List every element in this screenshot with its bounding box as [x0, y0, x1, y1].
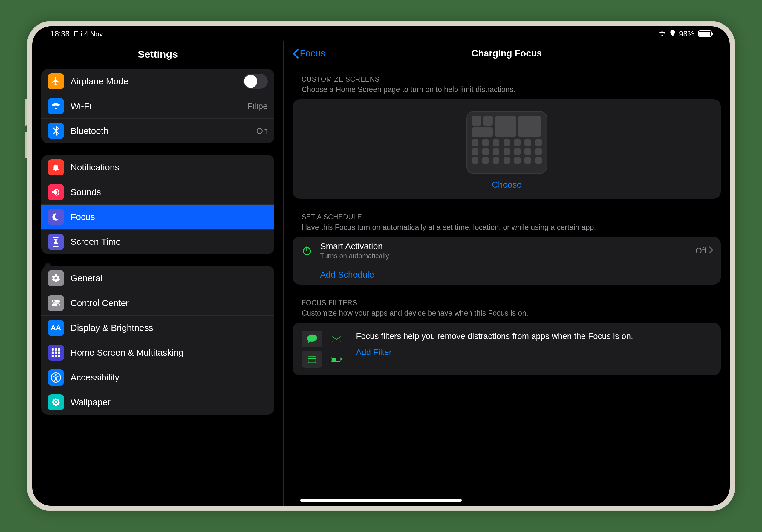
- section-label-filters: Focus Filters: [292, 295, 721, 308]
- calendar-filter-icon: [301, 351, 323, 368]
- sidebar-item-wifi[interactable]: Wi-Fi Filipe: [41, 94, 274, 119]
- status-bar: 18:38 Fri 4 Nov 98%: [32, 26, 730, 41]
- wifi-icon: [48, 98, 64, 114]
- add-schedule-row[interactable]: Add Schedule: [292, 265, 721, 284]
- svg-rect-27: [308, 356, 316, 362]
- bluetooth-value: On: [257, 126, 268, 136]
- svg-point-3: [57, 304, 59, 306]
- smart-activation-row[interactable]: Smart Activation Turns on automatically …: [292, 237, 721, 265]
- sidebar-item-label: Home Screen & Multitasking: [70, 347, 268, 358]
- choose-button[interactable]: Choose: [492, 180, 522, 190]
- sidebar-item-label: Focus: [70, 212, 268, 222]
- sidebar-item-display[interactable]: AA Display & Brightness: [41, 316, 274, 341]
- sidebar-item-label: Wallpaper: [70, 397, 268, 407]
- flower-icon: [48, 394, 64, 410]
- speaker-icon: [48, 184, 64, 200]
- sidebar-item-screentime[interactable]: Screen Time: [41, 230, 274, 254]
- status-date: Fri 4 Nov: [74, 30, 103, 38]
- svg-point-20: [53, 399, 55, 401]
- sidebar-item-airplane[interactable]: Airplane Mode: [41, 69, 274, 94]
- bluetooth-icon: [48, 123, 64, 139]
- sidebar-group-general: General Control Center AA Display & Brig…: [41, 266, 274, 415]
- svg-point-18: [52, 401, 54, 404]
- section-label-customize: Customize Screens: [292, 72, 721, 85]
- svg-rect-32: [341, 358, 342, 360]
- svg-point-21: [57, 399, 59, 401]
- svg-rect-9: [58, 351, 60, 353]
- svg-rect-7: [52, 351, 54, 353]
- section-label-schedule: Set a Schedule: [292, 209, 721, 222]
- airplane-icon: [48, 73, 64, 89]
- settings-sidebar: Settings Airplane Mode Wi-Fi: [32, 41, 283, 506]
- sidebar-item-label: Airplane Mode: [70, 76, 243, 86]
- wifi-icon: [658, 29, 666, 38]
- sidebar-item-label: Bluetooth: [70, 126, 257, 136]
- back-button[interactable]: Focus: [292, 48, 325, 59]
- sidebar-item-general[interactable]: General: [41, 266, 274, 291]
- sidebar-item-bluetooth[interactable]: Bluetooth On: [41, 119, 274, 143]
- toggles-icon: [48, 295, 64, 311]
- mail-filter-icon: [326, 331, 347, 347]
- schedule-card: Smart Activation Turns on automatically …: [292, 237, 721, 284]
- accessibility-icon: [48, 369, 64, 386]
- sidebar-title: Settings: [41, 41, 274, 69]
- svg-rect-33: [332, 357, 337, 360]
- airplane-toggle[interactable]: [243, 74, 268, 89]
- svg-rect-12: [58, 355, 60, 357]
- svg-rect-6: [58, 348, 60, 350]
- sidebar-item-sounds[interactable]: Sounds: [41, 180, 274, 205]
- sidebar-item-label: Control Center: [70, 298, 268, 308]
- svg-rect-10: [52, 355, 54, 357]
- section-sub-schedule: Have this Focus turn on automatically at…: [292, 222, 721, 237]
- home-screen-preview[interactable]: [467, 111, 547, 174]
- svg-rect-8: [55, 351, 57, 353]
- add-filter-button[interactable]: Add Filter: [356, 347, 712, 357]
- add-schedule-label: Add Schedule: [300, 270, 374, 280]
- svg-point-23: [57, 403, 59, 405]
- app-grid-icon: [48, 344, 64, 361]
- sidebar-item-label: Display & Brightness: [70, 323, 268, 333]
- svg-point-17: [55, 404, 57, 406]
- sidebar-item-label: Notifications: [70, 162, 268, 173]
- focus-filters-card: Focus filters help you remove distractio…: [292, 323, 721, 375]
- smart-activation-title: Smart Activation: [320, 242, 695, 251]
- status-battery-percent: 98%: [679, 29, 695, 38]
- messages-filter-icon: [301, 331, 323, 347]
- sidebar-item-accessibility[interactable]: Accessibility: [41, 365, 274, 390]
- sidebar-item-home-screen[interactable]: Home Screen & Multitasking: [41, 341, 274, 365]
- smart-activation-subtitle: Turns on automatically: [320, 252, 695, 260]
- sidebar-item-label: General: [70, 273, 268, 283]
- hourglass-icon: [48, 234, 64, 250]
- sidebar-item-label: Accessibility: [70, 372, 268, 383]
- gear-icon: [48, 270, 64, 286]
- detail-pane: Focus Charging Focus Customize Screens C…: [283, 41, 730, 506]
- sidebar-item-label: Sounds: [70, 187, 268, 197]
- sidebar-group-attention: Notifications Sounds Focus: [41, 155, 274, 254]
- svg-point-19: [58, 401, 60, 404]
- svg-rect-11: [55, 355, 57, 357]
- power-icon: [300, 244, 314, 258]
- sidebar-group-connectivity: Airplane Mode Wi-Fi Filipe: [41, 69, 274, 143]
- wifi-value: Filipe: [247, 101, 268, 111]
- svg-rect-26: [332, 336, 341, 342]
- location-icon: [670, 29, 675, 38]
- chevron-right-icon: [709, 246, 714, 256]
- status-time: 18:38: [50, 29, 70, 38]
- filter-description: Focus filters help you remove distractio…: [356, 331, 712, 342]
- svg-point-14: [55, 374, 57, 376]
- customize-screens-card: Choose: [292, 99, 721, 199]
- svg-point-1: [52, 300, 55, 302]
- sidebar-item-focus[interactable]: Focus: [41, 205, 274, 230]
- bell-icon: [48, 159, 64, 176]
- section-sub-filters: Customize how your apps and device behav…: [292, 308, 721, 323]
- moon-icon: [48, 209, 64, 225]
- detail-header: Focus Charging Focus: [292, 41, 721, 66]
- battery-icon: [698, 31, 712, 37]
- sidebar-item-control-center[interactable]: Control Center: [41, 291, 274, 316]
- sidebar-item-notifications[interactable]: Notifications: [41, 155, 274, 180]
- sidebar-item-wallpaper[interactable]: Wallpaper: [41, 390, 274, 415]
- home-indicator[interactable]: [300, 499, 462, 501]
- page-title: Charging Focus: [472, 48, 542, 59]
- filter-icon-grid: [301, 331, 347, 368]
- section-sub-customize: Choose a Home Screen page to turn on to …: [292, 85, 721, 99]
